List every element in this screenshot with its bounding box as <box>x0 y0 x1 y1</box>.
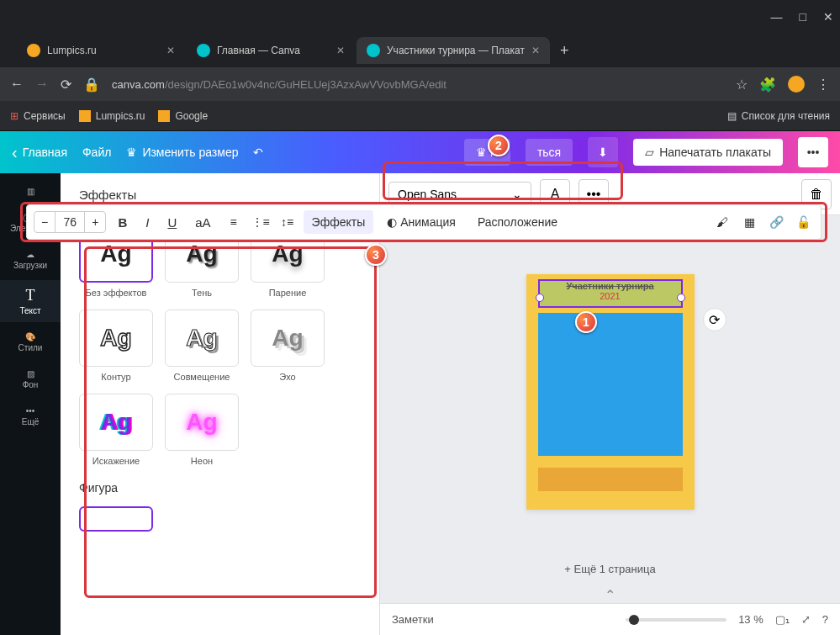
forward-icon[interactable]: → <box>35 77 49 92</box>
shape-option[interactable] <box>79 506 153 532</box>
zoom-value: 13 % <box>738 613 763 626</box>
more-button[interactable]: ••• <box>798 137 828 167</box>
bookmark-google[interactable]: Google <box>158 110 208 122</box>
rail-text[interactable]: TТекст <box>0 280 61 322</box>
minimize-icon[interactable]: — <box>771 10 783 24</box>
position-button[interactable]: Расположение <box>469 210 566 234</box>
hatch-icon: ▨ <box>27 369 34 378</box>
workspace: ▥ ◯△Элементы ☁Загрузки TТекст 🎨Стили ▨Фо… <box>0 173 840 635</box>
browser-tab[interactable]: Главная — Canva ✕ <box>187 37 355 64</box>
zoom-slider[interactable] <box>626 618 726 622</box>
rail-background[interactable]: ▨Фон <box>0 362 61 396</box>
bold-button[interactable]: B <box>111 210 134 235</box>
effects-panel: Эффекты AgБез эффектов AgТень AgПарение … <box>61 173 380 635</box>
annotation-marker: 1 <box>575 311 597 333</box>
poster-blue-block <box>538 313 683 456</box>
new-tab-button[interactable]: + <box>552 42 578 60</box>
lock-icon[interactable]: 🔓 <box>792 215 814 229</box>
bookmark-services[interactable]: ⊞Сервисы <box>10 110 66 122</box>
canvas-area: Open Sans⌄ A ••• 🗑 Участники турнира 202… <box>380 173 840 635</box>
avatar-icon[interactable] <box>788 76 805 93</box>
poster-text-line1: Участники турнира <box>540 281 681 291</box>
link-icon[interactable]: 🔗 <box>765 215 787 229</box>
browser-tab[interactable]: Lumpics.ru ✕ <box>17 37 185 64</box>
help-icon[interactable]: ? <box>822 613 828 626</box>
font-size-value[interactable]: 76 <box>55 212 85 232</box>
add-page-button[interactable]: + Ещё 1 страница <box>526 556 695 582</box>
close-icon[interactable]: ✕ <box>823 10 833 24</box>
print-button[interactable]: ▱Напечатать плакаты <box>633 139 783 166</box>
poster-orange-bar <box>538 468 683 491</box>
selected-textbox[interactable]: Участники турнира 2021 <box>538 279 683 308</box>
align-icon[interactable]: ≡ <box>223 215 245 229</box>
reload-icon[interactable]: ⟳ <box>61 77 71 93</box>
bookmarks-bar: ⊞Сервисы Lumpics.ru Google ▤Список для ч… <box>0 101 840 131</box>
copy-style-icon[interactable]: 🖌 <box>711 215 733 229</box>
fullscreen-icon[interactable]: ⤢ <box>801 613 811 626</box>
effects-button[interactable]: Эффекты <box>304 210 374 234</box>
file-menu[interactable]: Файл <box>82 146 111 159</box>
browser-tab[interactable]: Участники турнира — Плакат ✕ <box>357 37 550 64</box>
animation-button[interactable]: ◐ Анимация <box>378 210 464 234</box>
italic-button[interactable]: I <box>139 210 156 235</box>
effect-glitch[interactable]: AgИскажение <box>79 394 153 466</box>
grid-icon: ▥ <box>27 187 34 196</box>
notes-button[interactable]: Заметки <box>392 613 434 626</box>
page-view-icon[interactable]: ▢₁ <box>775 613 790 626</box>
effect-echo[interactable]: AgЭхо <box>251 310 325 382</box>
effect-neon[interactable]: AgНеон <box>165 394 239 466</box>
tab-title: Главная — Canva <box>217 45 300 56</box>
annotation-marker: 3 <box>365 244 387 266</box>
collapse-icon[interactable]: ⌃ <box>380 587 840 603</box>
text-toolbar-2: − 76 + B I U aA ≡ ⋮≡ ↕≡ Эффекты ◐ Анимац… <box>26 204 822 240</box>
tab-close-icon[interactable]: ✕ <box>531 45 540 56</box>
rail-styles[interactable]: 🎨Стили <box>0 325 61 359</box>
rail-more[interactable]: •••Ещё <box>0 400 61 433</box>
rail-uploads[interactable]: ☁Загрузки <box>0 243 61 277</box>
poster-text-line2: 2021 <box>540 291 681 301</box>
effect-outline[interactable]: AgКонтур <box>79 310 153 382</box>
effect-splice[interactable]: AgСовмещение <box>165 310 239 382</box>
case-button[interactable]: aA <box>188 210 217 235</box>
rail-templates[interactable]: ▥ <box>0 180 61 203</box>
font-size-stepper[interactable]: − 76 + <box>34 211 106 233</box>
share-button[interactable]: ться <box>526 139 573 166</box>
undo-icon[interactable]: ↶ <box>253 146 263 159</box>
font-select[interactable]: Open Sans⌄ <box>388 182 531 207</box>
circle-icon: ◐ <box>387 215 397 229</box>
reading-list[interactable]: ▤Список для чтения <box>727 110 830 122</box>
tab-close-icon[interactable]: ✕ <box>166 45 175 56</box>
increase-icon[interactable]: + <box>85 212 105 232</box>
crown-icon: ♛ <box>126 146 137 159</box>
tab-close-icon[interactable]: ✕ <box>336 45 345 56</box>
underline-button[interactable]: U <box>161 210 183 235</box>
list-icon[interactable]: ⋮≡ <box>250 215 272 229</box>
cloud-icon: ☁ <box>26 250 34 259</box>
spacing-icon[interactable]: ↕≡ <box>277 215 298 229</box>
bookmark-lumpics[interactable]: Lumpics.ru <box>79 110 145 122</box>
tab-title: Lumpics.ru <box>47 45 97 56</box>
decrease-icon[interactable]: − <box>34 212 55 232</box>
palette-icon: 🎨 <box>25 332 35 341</box>
poster-icon: ▱ <box>645 146 654 159</box>
maximize-icon[interactable]: □ <box>800 10 806 24</box>
address-bar: ← → ⟳ 🔒 canva.com/design/DAEo1w0v4nc/GuH… <box>0 67 840 101</box>
canvas-footer: Заметки 13 % ▢₁ ⤢ ? <box>380 603 840 635</box>
url-text[interactable]: canva.com/design/DAEo1w0v4nc/GuHELUej3Az… <box>112 78 724 91</box>
star-icon[interactable]: ☆ <box>736 77 748 93</box>
menu-icon[interactable]: ⋮ <box>816 77 830 93</box>
back-icon[interactable]: ← <box>10 77 24 92</box>
window-titlebar: — □ ✕ <box>0 0 840 34</box>
poster[interactable]: Участники турнира 2021 ⟳ <box>526 274 695 510</box>
favicon-icon <box>27 44 40 57</box>
chevron-down-icon: ⌄ <box>512 188 522 201</box>
download-button[interactable]: ⬇ <box>588 137 618 167</box>
extension-icon[interactable]: 🧩 <box>759 77 776 93</box>
browser-tabs: Lumpics.ru ✕ Главная — Canva ✕ Участники… <box>0 34 840 67</box>
dots-icon: ••• <box>26 406 35 415</box>
resize-button[interactable]: ♛Изменить размер <box>126 146 238 159</box>
section-shape: Фигура <box>79 478 325 495</box>
transparency-icon[interactable]: ▦ <box>738 215 760 229</box>
home-button[interactable]: ‹Главная <box>12 143 67 162</box>
duplicate-page-button[interactable]: ⟳ <box>703 308 726 331</box>
